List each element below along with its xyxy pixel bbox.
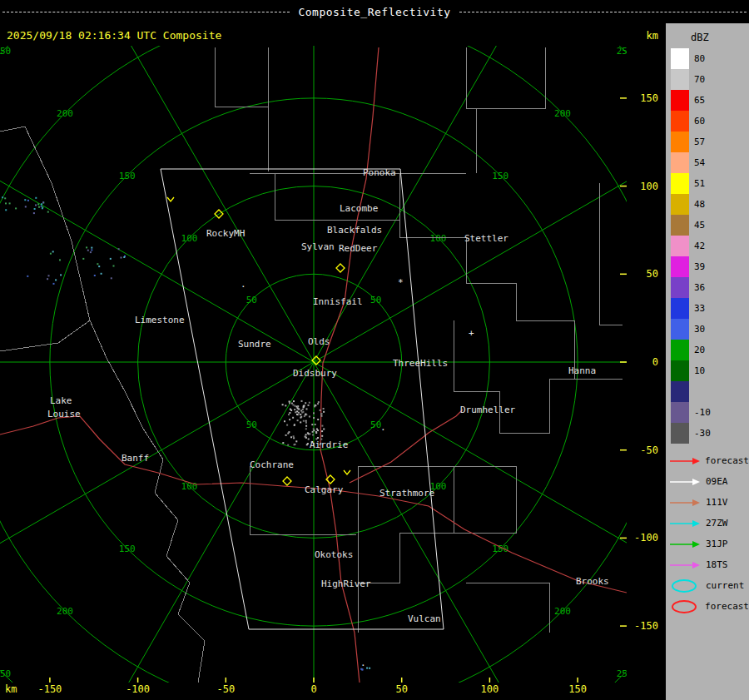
city-label: Airdrie: [310, 439, 348, 450]
echo-pixel: [35, 205, 37, 206]
dbz-color-swatch: [671, 173, 689, 194]
legend-symbol-row: 31JP: [666, 534, 749, 554]
echo-pixel: [317, 403, 319, 405]
echo-pixel: [301, 400, 303, 402]
echo-pixel: [48, 275, 50, 276]
city-label: Sylvan: [301, 241, 335, 252]
echo-pixel: [309, 402, 310, 404]
echo-pixel: [298, 409, 300, 410]
echo-pixel: [294, 409, 295, 410]
echo-pixel: [305, 422, 307, 424]
echo-pixel: [300, 410, 302, 412]
echo-pixel: [300, 416, 302, 418]
county-boundary: [599, 183, 623, 325]
echo-pixel: [294, 405, 295, 407]
dbz-value-label: 70: [694, 74, 705, 85]
echo-pixel: [287, 433, 289, 434]
dbz-color-swatch: [671, 194, 689, 215]
county-boundary: [466, 47, 476, 173]
echo-pixel: [321, 435, 323, 437]
echo-pixel: [298, 412, 300, 414]
dbz-value-label: 51: [694, 178, 705, 189]
dbz-scale-row: 57: [666, 132, 749, 152]
bottom-axis-tick: [577, 678, 578, 683]
echo-pixel: [362, 669, 364, 671]
county-boundary: [476, 47, 545, 108]
echo-pixel: [323, 429, 325, 430]
legend-symbol-row: current: [666, 575, 749, 596]
echo-pixel: [41, 203, 42, 205]
dbz-color-swatch: [671, 132, 689, 152]
dbz-color-swatch: [671, 402, 689, 423]
dbz-color-swatch: [671, 69, 689, 90]
dbz-value-label: 30: [694, 324, 705, 335]
echo-pixel: [305, 425, 307, 427]
dbz-value-label: 10: [694, 365, 705, 376]
right-axis-tick-label: 0: [652, 356, 658, 368]
range-ring-label: 100: [181, 233, 198, 244]
dbz-scale-title: dBZ: [691, 32, 749, 43]
range-ring-label: 250: [0, 46, 11, 57]
echo-pixel: [305, 413, 306, 415]
dbz-color-swatch: [671, 381, 689, 402]
echo-pixel: [87, 250, 89, 251]
echo-pixel: [91, 249, 92, 251]
echo-pixel: [289, 401, 290, 403]
echo-pixel: [42, 201, 44, 203]
legend-symbol-label: 18TS: [706, 559, 728, 570]
echo-pixel: [94, 275, 96, 276]
dbz-color-swatch: [671, 340, 689, 360]
legend-symbol-row: 27ZW: [666, 513, 749, 534]
county-boundaries: [0, 47, 623, 683]
echo-pixel: [5, 209, 7, 211]
echo-pixel: [53, 283, 55, 285]
echo-pixel: [287, 444, 289, 446]
echo-pixel: [25, 206, 27, 207]
dbz-color-swatch: [671, 215, 689, 236]
echo-pixel: [293, 400, 295, 402]
county-boundary: [454, 466, 516, 533]
track-arrow-icon: [667, 537, 704, 552]
echo-pixel: [311, 424, 313, 425]
right-axis-unit-label: km: [647, 30, 658, 42]
echo-pixel: [323, 411, 325, 413]
dbz-value-label: 80: [694, 53, 705, 64]
point-marker-icon: *: [398, 277, 404, 288]
echo-pixel: [291, 403, 293, 405]
dbz-color-swatch: [671, 277, 689, 298]
echo-pixel: [303, 420, 305, 422]
echo-pixel: [321, 430, 323, 432]
range-ring-label: 250: [0, 668, 11, 679]
dbz-scale-row: 33: [666, 298, 749, 319]
city-label: ThreeHills: [393, 358, 448, 369]
echo-pixel: [313, 412, 315, 414]
dbz-scale-row: 45: [666, 215, 749, 236]
echo-pixel: [27, 200, 29, 201]
dbz-color-swatch: [671, 236, 689, 256]
point-marker-icon: .: [380, 422, 386, 433]
right-axis-tick-label: 150: [640, 92, 658, 104]
right-axis-tick-label: -100: [634, 532, 658, 544]
echo-pixel: [24, 199, 26, 201]
echo-pixel: [285, 405, 286, 406]
county-boundary: [215, 47, 268, 107]
legend-symbol-label: 09EA: [706, 476, 728, 487]
city-label: Blackfalds: [327, 225, 382, 236]
city-label: Stettler: [464, 233, 508, 244]
track-arrow-icon: [667, 558, 704, 573]
echo-pixel: [91, 247, 92, 249]
range-ring: [0, 0, 666, 700]
echo-pixel: [323, 408, 325, 410]
city-label: Okotoks: [315, 549, 353, 560]
bottom-axis-tick: [401, 678, 403, 683]
city-label: Banff: [122, 453, 149, 464]
echo-pixel: [289, 412, 290, 414]
echo-pixel: [304, 415, 305, 417]
legend-symbol-row: forecast: [666, 450, 749, 471]
legend-symbol-row: 18TS: [666, 554, 749, 575]
echo-pixel: [314, 405, 315, 407]
range-ring-label: 50: [246, 420, 257, 430]
city-label: Strathmore: [379, 488, 434, 499]
echo-pixel: [313, 417, 315, 419]
echo-pixel: [294, 444, 295, 445]
